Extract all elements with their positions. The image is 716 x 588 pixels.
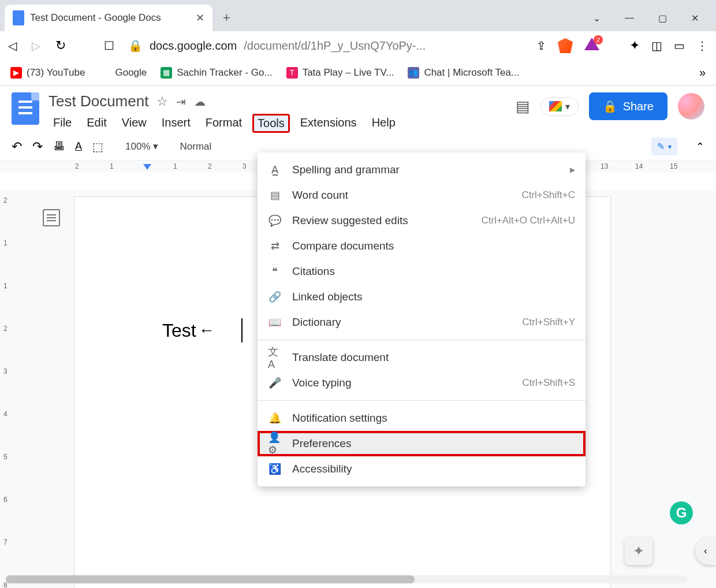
review-icon: 💬 (268, 214, 282, 228)
bookmark-icon[interactable]: ☐ (104, 39, 114, 53)
style-select[interactable]: Normal (180, 141, 212, 152)
brave-rewards-icon[interactable]: 2 (584, 38, 601, 54)
menu-item-spelling-and-grammar[interactable]: A̲Spelling and grammar▶ (258, 157, 586, 183)
minimize-button[interactable]: — (625, 13, 634, 24)
voice-icon: 🎤 (268, 376, 282, 390)
submenu-arrow-icon: ▶ (570, 166, 575, 174)
spellcheck-icon: A̲ (268, 163, 282, 177)
close-icon[interactable]: ✕ (196, 12, 204, 24)
menu-item-accessibility[interactable]: ♿Accessibility (258, 456, 586, 482)
move-icon[interactable]: ⇥ (176, 95, 186, 109)
spellcheck-button[interactable]: A (75, 140, 82, 152)
pencil-icon: ✎ (657, 141, 665, 152)
bookmark-item[interactable]: ▶(73) YouTube (10, 67, 85, 79)
meet-button[interactable]: ▾ (540, 97, 579, 116)
menu-item-linked-objects[interactable]: 🔗Linked objects (258, 284, 586, 310)
bookmark-item[interactable]: TTata Play – Live TV... (286, 67, 394, 79)
menu-item-voice-typing[interactable]: 🎤Voice typingCtrl+Shift+S (258, 370, 586, 396)
back-button[interactable]: ◁ (8, 39, 17, 53)
close-window-button[interactable]: ✕ (691, 13, 699, 24)
accessibility-icon: ♿ (268, 462, 282, 476)
browser-chrome: Test Document - Google Docs ✕ + ⌄ — ▢ ✕ … (0, 0, 716, 85)
lock-icon: 🔒 (603, 99, 617, 113)
linked-icon: 🔗 (268, 290, 282, 304)
menu-item-compare-documents[interactable]: ⇄Compare documents (258, 233, 586, 259)
docs-logo[interactable] (12, 92, 39, 125)
collapse-toolbar-button[interactable]: ⌃ (696, 140, 704, 153)
menu-item-notification-settings[interactable]: 🔔Notification settings (258, 405, 586, 431)
maximize-button[interactable]: ▢ (658, 13, 667, 24)
bookmark-favicon: ▶ (10, 67, 22, 79)
bookmark-favicon: ▦ (161, 67, 172, 79)
share-button[interactable]: 🔒 Share (589, 92, 667, 120)
address-bar: ◁ ▷ ↻ ☐ 🔒 docs.google.com /document/d/1h… (0, 31, 716, 60)
vertical-ruler[interactable]: 2112345678 (0, 191, 16, 588)
bookmarks-overflow[interactable]: » (699, 66, 706, 79)
url-input[interactable]: 🔒 docs.google.com /document/d/1hP_y_UsnQ… (128, 39, 523, 53)
reload-button[interactable]: ↻ (55, 38, 66, 53)
menu-item-translate-document[interactable]: 文ATranslate document (258, 345, 586, 370)
redo-button[interactable]: ↷ (32, 139, 43, 154)
menu-format[interactable]: Format (201, 114, 247, 133)
menu-file[interactable]: File (49, 114, 76, 133)
menu-icon[interactable]: ⋮ (696, 39, 708, 53)
comments-icon[interactable]: ▤ (516, 98, 530, 116)
bookmark-favicon: G (99, 67, 110, 79)
citations-icon: ❝ (268, 265, 282, 278)
indent-marker[interactable] (143, 164, 151, 170)
menu-item-word-count[interactable]: ▤Word countCtrl+Shift+C (258, 183, 586, 208)
menu-item-dictionary[interactable]: 📖DictionaryCtrl+Shift+Y (258, 310, 586, 335)
menu-item-review-suggested-edits[interactable]: 💬Review suggested editsCtrl+Alt+O Ctrl+A… (258, 208, 586, 233)
menu-extensions[interactable]: Extensions (296, 114, 361, 133)
doc-title[interactable]: Test Document (49, 92, 148, 110)
bookmark-item[interactable]: ▦Sachin Tracker - Go... (161, 67, 272, 79)
window-controls: ⌄ — ▢ ✕ (593, 13, 716, 24)
bookmark-item[interactable]: 👥Chat | Microsoft Tea... (408, 67, 519, 79)
outline-toggle[interactable] (43, 209, 60, 226)
menu-view[interactable]: View (117, 114, 151, 133)
explore-button[interactable]: ✦ (625, 537, 652, 565)
print-button[interactable]: 🖶 (53, 140, 65, 153)
lock-icon: 🔒 (128, 39, 143, 53)
url-path: /document/d/1hP_y_UsnQ7YoPy-... (244, 39, 426, 53)
horizontal-scrollbar[interactable] (6, 575, 687, 583)
bell-icon: 🔔 (268, 411, 282, 425)
new-tab-button[interactable]: + (223, 10, 230, 25)
share-icon[interactable]: ⇪ (536, 39, 546, 53)
zoom-select[interactable]: 100%▾ (125, 140, 158, 152)
edit-mode-button[interactable]: ✎▾ (651, 137, 677, 155)
sidepanel-icon[interactable]: ◫ (651, 39, 662, 53)
forward-button[interactable]: ▷ (32, 39, 40, 53)
prefs-icon: 👤⚙ (268, 437, 282, 451)
document-content[interactable]: Test ← (162, 318, 243, 343)
chevron-down-icon[interactable]: ⌄ (593, 13, 601, 24)
brave-shield-icon[interactable] (558, 38, 573, 53)
star-icon[interactable]: ☆ (156, 94, 168, 109)
dictionary-icon: 📖 (268, 315, 282, 329)
menu-item-preferences[interactable]: 👤⚙Preferences (258, 431, 586, 456)
menu-insert[interactable]: Insert (157, 114, 195, 133)
cloud-icon[interactable]: ☁ (194, 95, 206, 109)
word-count-icon: ▤ (268, 188, 282, 202)
compare-icon: ⇄ (268, 239, 282, 253)
tab-bar: Test Document - Google Docs ✕ + ⌄ — ▢ ✕ (0, 0, 716, 31)
bookmark-favicon: T (286, 67, 298, 79)
menu-tools[interactable]: Tools (252, 114, 290, 133)
wallet-icon[interactable]: ▭ (674, 39, 685, 53)
tab-title: Test Document - Google Docs (30, 12, 190, 24)
menu-item-citations[interactable]: ❝Citations (258, 259, 586, 284)
browser-tab[interactable]: Test Document - Google Docs ✕ (5, 5, 212, 31)
tools-menu-dropdown: A̲Spelling and grammar▶▤Word countCtrl+S… (258, 152, 586, 486)
menu-help[interactable]: Help (367, 114, 400, 133)
undo-button[interactable]: ↶ (12, 139, 22, 154)
paint-format-button[interactable]: ⬚ (92, 140, 103, 154)
share-label: Share (623, 100, 654, 113)
docs-header: Test Document ☆ ⇥ ☁ FileEditViewInsertFo… (0, 85, 716, 133)
grammarly-icon[interactable]: G (670, 501, 693, 524)
avatar[interactable] (678, 93, 704, 120)
menu-edit[interactable]: Edit (82, 114, 111, 133)
notification-badge: 2 (594, 35, 603, 44)
bookmark-item[interactable]: GGoogle (99, 67, 147, 79)
translate-icon: 文A (268, 351, 282, 364)
extensions-icon[interactable]: ✦ (629, 38, 640, 53)
